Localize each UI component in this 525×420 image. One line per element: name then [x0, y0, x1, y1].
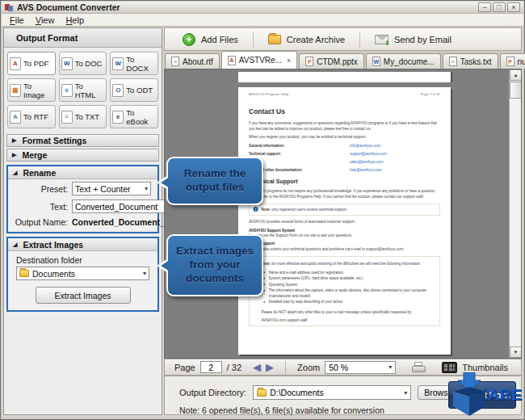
- email-link[interactable]: support@avs4you.com: [350, 151, 387, 155]
- text-label: Text:: [15, 202, 68, 212]
- output-directory-select[interactable]: D:\Documents ▾: [253, 385, 411, 400]
- page-number-input[interactable]: [200, 361, 222, 373]
- page-navigation-bar: Page / 32 ◀ ▶ Zoom 50 % ▾ Thumbnails: [164, 359, 522, 376]
- tab-about-rtf[interactable]: ≡ About.rtf: [165, 53, 220, 69]
- doc-paragraph: AVS4YOU provides several forms of automa…: [249, 220, 440, 225]
- section-extract-images[interactable]: ◢ Extract Images: [8, 238, 158, 251]
- output-directory-label: Output Directory:: [179, 388, 246, 397]
- menu-file[interactable]: File: [4, 15, 30, 25]
- doc-section-title: Technical Support: [249, 178, 440, 184]
- tab-numbering-ppt[interactable]: P numbering.ppt: [500, 53, 525, 69]
- document-page: AVS4YOU Programs Help Page 2 of 32 Conta…: [238, 87, 451, 355]
- format-to-odt-button[interactable]: O To ODT: [110, 78, 158, 102]
- format-to-txt-button[interactable]: ≡ To TXT: [59, 105, 107, 128]
- format-to-doc-button[interactable]: W To DOC: [59, 52, 107, 75]
- chevron-down-icon: ▾: [404, 389, 407, 397]
- section-rename[interactable]: ◢ Rename: [8, 166, 158, 179]
- format-to-docx-button[interactable]: W To DOCX: [110, 52, 158, 75]
- email-link[interactable]: sales@avs4you.com: [350, 159, 384, 163]
- scroll-up-icon[interactable]: ▲: [510, 69, 522, 81]
- menu-view[interactable]: View: [30, 15, 61, 25]
- divider: [285, 361, 286, 374]
- archive-folder-icon: [268, 35, 281, 44]
- image-icon: ▦: [10, 84, 21, 97]
- doc-icon: W: [61, 57, 73, 70]
- html-icon: e: [61, 84, 73, 97]
- callout-rename: Rename the output files: [166, 157, 263, 205]
- output-format-header: Output Format: [4, 28, 162, 48]
- main-toolbar: + Add Files Create Archive Send by Email: [164, 27, 522, 51]
- zoom-select[interactable]: 50 % ▾: [325, 361, 396, 374]
- requirements-list: Name and e-mail address used for registr…: [269, 270, 436, 304]
- chevron-right-icon: ▶: [12, 152, 16, 158]
- note-box: i Note: for more effective and quick res…: [249, 256, 440, 326]
- tab-avstvre-pdf[interactable]: A AVSTVRe... ×: [221, 51, 297, 69]
- send-by-email-button[interactable]: Send by Email: [365, 30, 461, 49]
- folder-icon: [19, 270, 29, 277]
- thumbnails-label[interactable]: Thumbnails: [462, 363, 508, 372]
- callout-extract: Extract images from your documents: [166, 234, 263, 296]
- tab-tasks-txt[interactable]: ≡ Tasks.txt: [443, 53, 498, 69]
- tab-close-icon[interactable]: ×: [287, 57, 291, 65]
- email-icon: [375, 35, 388, 44]
- format-to-ebook-button[interactable]: e To eBook: [110, 105, 158, 128]
- zoom-label: Zoom: [297, 363, 320, 372]
- thumbnails-icon[interactable]: [442, 362, 457, 373]
- format-to-rtf-button[interactable]: A To RTF: [7, 105, 56, 128]
- support-system-title: AVS4YOU Support System: [249, 228, 440, 232]
- format-grid: A To PDF W To DOC W To DOCX ▦ To Image e…: [4, 48, 162, 132]
- folder-icon: [257, 389, 267, 397]
- conversion-note: Note: 6 opened file(s), 6 file(s) availa…: [179, 405, 384, 415]
- convert-now-button[interactable]: Convert Now!: [448, 381, 516, 409]
- chevron-right-icon: ▶: [12, 137, 16, 144]
- doc-paragraph: AVS4YOU programs do not require any prof…: [249, 188, 440, 200]
- extract-images-button[interactable]: Extract Images: [36, 287, 131, 304]
- previous-page-edge: [238, 72, 451, 82]
- section-format-settings[interactable]: ▶ Format Settings: [6, 134, 159, 147]
- chevron-down-icon: ▾: [388, 363, 392, 371]
- doc-header-right: Page 2 of 32: [421, 92, 440, 96]
- format-to-pdf-button[interactable]: A To PDF: [7, 52, 56, 75]
- preview-scrollbar[interactable]: ▲ ▼: [509, 69, 521, 358]
- section-merge[interactable]: ▶ Merge: [6, 149, 159, 162]
- page-label: Page: [174, 363, 195, 372]
- ppt-file-icon: P: [305, 57, 313, 66]
- scrollbar-thumb[interactable]: [510, 82, 522, 99]
- app-window: AVS Document Converter – □ × File View H…: [0, 0, 525, 420]
- tab-my-docume[interactable]: W My_docume...: [366, 53, 441, 69]
- format-to-html-button[interactable]: e To HTML: [59, 78, 107, 102]
- add-files-icon: +: [183, 33, 195, 46]
- minimize-button[interactable]: –: [478, 2, 491, 12]
- scroll-down-icon[interactable]: ▼: [510, 346, 522, 358]
- docx-icon: W: [112, 57, 124, 70]
- contact-table: General information: info@avs4you.com Te…: [249, 143, 440, 171]
- odt-icon: O: [112, 84, 124, 97]
- email-link[interactable]: help@avs4you.com: [350, 167, 382, 171]
- tab-ctdm-pptx[interactable]: P CTDM.pptx: [299, 53, 364, 69]
- add-files-button[interactable]: + Add Files: [173, 30, 248, 49]
- doc-paragraph: When you register your product, you may …: [249, 135, 440, 141]
- document-tabbar: ≡ About.rtf A AVSTVRe... × P CTDM.pptx W…: [164, 51, 522, 69]
- menu-help[interactable]: Help: [60, 15, 90, 25]
- txt-file-icon: ≡: [449, 57, 457, 66]
- note-box: i Note: only registered users receive te…: [249, 204, 440, 216]
- doc-title: Contact Us: [249, 107, 440, 116]
- format-to-image-button[interactable]: ▦ To Image: [7, 78, 56, 102]
- rename-section: ◢ Rename Preset: Text + Counter ▾ Text: …: [6, 165, 159, 233]
- email-link[interactable]: info@avs4you.com: [350, 143, 380, 147]
- maximize-button[interactable]: □: [493, 2, 506, 12]
- ebook-icon: e: [112, 111, 124, 124]
- document-preview: AVS4YOU Programs Help Page 2 of 32 Conta…: [164, 69, 522, 359]
- doc-paragraph: If you have any comments, suggestions or…: [249, 120, 440, 132]
- previous-page-icon[interactable]: ◀: [253, 362, 261, 372]
- email-support-title: E-mail Support: [249, 242, 440, 246]
- close-button[interactable]: ×: [507, 2, 520, 12]
- info-icon: i: [254, 207, 258, 212]
- txt-icon: ≡: [61, 111, 73, 124]
- destination-folder-select[interactable]: Documents ▾: [16, 267, 149, 280]
- preset-select[interactable]: Text + Counter ▾: [72, 182, 151, 195]
- print-icon[interactable]: [412, 362, 426, 372]
- create-archive-button[interactable]: Create Archive: [258, 30, 355, 49]
- doc-header-left: AVS4YOU Programs Help: [249, 92, 288, 96]
- next-page-icon[interactable]: ▶: [266, 362, 274, 372]
